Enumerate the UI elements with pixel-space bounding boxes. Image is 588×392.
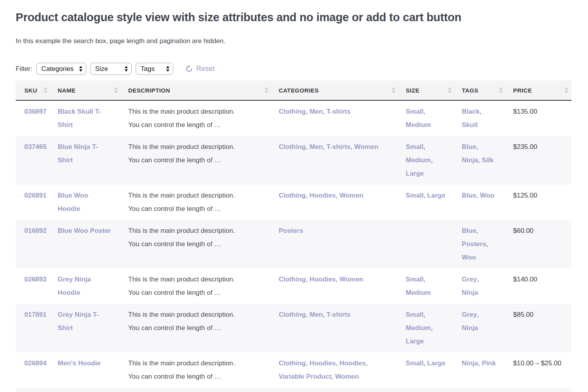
category-link[interactable]: Hoodies: [309, 192, 336, 199]
column-header-description[interactable]: DESCRIPTION: [121, 80, 272, 100]
tag-link[interactable]: Skull: [462, 121, 478, 129]
size-link[interactable]: Small: [406, 276, 423, 283]
category-link[interactable]: Hoodies: [339, 359, 366, 367]
category-link[interactable]: Clothing: [279, 311, 306, 318]
size-link[interactable]: Large: [427, 192, 445, 199]
table-row: 017891Grey Ninja T- ShirtThis is the mai…: [16, 304, 572, 352]
size-link[interactable]: Medium: [406, 324, 431, 332]
tag-link[interactable]: Ninja: [462, 156, 478, 164]
tag-link[interactable]: Woo: [480, 192, 494, 199]
sku-link[interactable]: 036897: [24, 108, 47, 115]
list-separator: ,: [336, 276, 339, 283]
sku-link[interactable]: 026893: [24, 276, 47, 283]
category-link[interactable]: Women: [339, 276, 363, 283]
sku-link[interactable]: 026891: [24, 192, 47, 199]
tag-link[interactable]: Silk: [482, 156, 494, 164]
product-name-link[interactable]: Blue Ninja T- Shirt: [58, 143, 98, 164]
list-separator: ,: [323, 311, 326, 318]
sku-link[interactable]: 016892: [24, 227, 47, 234]
size-link[interactable]: Medium: [406, 289, 431, 296]
column-header-tags[interactable]: TAGS: [455, 80, 506, 100]
size-link[interactable]: Small: [406, 311, 423, 318]
product-name-link[interactable]: Grey Ninja T- Shirt: [58, 311, 99, 332]
table-row: 026891Blue Woo HoodieThis is the main pr…: [16, 185, 572, 220]
category-link[interactable]: T-shirts: [327, 311, 350, 318]
size-link[interactable]: Small: [406, 359, 423, 367]
product-name-link[interactable]: Blue Woo Hoodie: [58, 192, 88, 212]
tag-link[interactable]: Ninja: [462, 359, 478, 367]
category-link[interactable]: Women: [339, 192, 363, 199]
product-name-link[interactable]: Men's Hoodie: [58, 359, 101, 367]
list-separator: ,: [477, 311, 479, 318]
filter-select-size-value: Size: [95, 65, 108, 73]
list-separator: ,: [476, 227, 478, 234]
category-link[interactable]: Clothing: [279, 276, 306, 283]
column-header-sku[interactable]: SKU: [16, 80, 51, 100]
tag-link[interactable]: Blue: [462, 143, 476, 151]
category-link[interactable]: Posters: [279, 227, 303, 234]
list-separator: ,: [477, 276, 479, 283]
category-link[interactable]: Variable Product: [279, 373, 331, 380]
column-header-size[interactable]: SIZE: [399, 80, 455, 100]
category-link[interactable]: Hoodies: [309, 359, 336, 367]
size-link[interactable]: Medium: [406, 156, 431, 164]
product-name-link[interactable]: Black Skull T- Shirt: [58, 108, 101, 129]
tag-link[interactable]: Ninja: [462, 324, 478, 332]
list-separator: ,: [476, 192, 480, 199]
category-link[interactable]: Hoodies: [309, 276, 336, 283]
category-link[interactable]: T-shirts: [327, 143, 350, 151]
filter-select-categories[interactable]: Categories: [36, 63, 86, 75]
list-separator: ,: [336, 359, 339, 367]
product-name-link[interactable]: Blue Woo Poster: [58, 227, 111, 234]
category-link[interactable]: Clothing: [279, 108, 306, 115]
filter-select-tags[interactable]: Tags: [136, 63, 173, 75]
list-separator: ,: [476, 143, 478, 151]
list-separator: ,: [423, 192, 427, 199]
product-price: $235.00: [506, 136, 572, 185]
undo-rotate-left-icon: [185, 65, 193, 73]
size-link[interactable]: Small: [406, 108, 423, 115]
tag-link[interactable]: Woo: [462, 254, 476, 261]
column-header-categories[interactable]: CATEGORIES: [272, 80, 399, 100]
sku-link[interactable]: 017891: [24, 311, 47, 318]
category-link[interactable]: Women: [354, 143, 378, 151]
size-link[interactable]: Medium: [406, 121, 431, 129]
product-description: This is the main product description. Yo…: [121, 100, 272, 136]
category-link[interactable]: Clothing: [279, 143, 306, 151]
filter-bar: Filter: Categories Size Tags Reset: [16, 63, 572, 75]
sku-link[interactable]: 026894: [24, 359, 47, 367]
size-link[interactable]: Large: [427, 359, 445, 367]
tag-link[interactable]: Grey: [462, 276, 477, 283]
size-link[interactable]: Large: [406, 338, 424, 345]
size-link[interactable]: Small: [406, 192, 423, 199]
category-link[interactable]: T-shirts: [327, 108, 350, 115]
category-link[interactable]: Clothing: [279, 359, 306, 367]
size-link[interactable]: Small: [406, 143, 423, 151]
tag-link[interactable]: Posters: [462, 240, 486, 248]
list-separator: ,: [350, 143, 354, 151]
tag-link[interactable]: Grey: [462, 311, 477, 318]
size-link[interactable]: Large: [406, 170, 424, 177]
category-link[interactable]: Men: [309, 143, 323, 151]
category-link[interactable]: Men: [309, 311, 323, 318]
reset-filters-button[interactable]: Reset: [185, 65, 215, 73]
tag-link[interactable]: Ninja: [462, 289, 478, 296]
list-separator: ,: [431, 324, 433, 332]
list-separator: ,: [486, 240, 488, 248]
filter-select-size[interactable]: Size: [90, 63, 132, 75]
select-updown-arrows-icon: [79, 66, 82, 72]
category-link[interactable]: Men: [309, 108, 323, 115]
tag-link[interactable]: Pink: [482, 359, 496, 367]
tag-link[interactable]: Blue: [462, 192, 476, 199]
tag-link[interactable]: Blue: [462, 227, 476, 234]
category-link[interactable]: Clothing: [279, 192, 306, 199]
list-separator: ,: [306, 276, 309, 283]
tag-link[interactable]: Black: [462, 108, 479, 115]
product-name-link[interactable]: Grey Ninja Hoodie: [58, 276, 91, 296]
category-link[interactable]: Women: [335, 373, 359, 380]
page-title: Product catalogue style view with size a…: [16, 9, 572, 25]
column-header-price[interactable]: PRICE: [506, 80, 572, 100]
sku-link[interactable]: 037465: [24, 143, 47, 151]
column-header-name[interactable]: NAME: [51, 80, 121, 100]
sort-arrows-icon: [564, 87, 568, 93]
